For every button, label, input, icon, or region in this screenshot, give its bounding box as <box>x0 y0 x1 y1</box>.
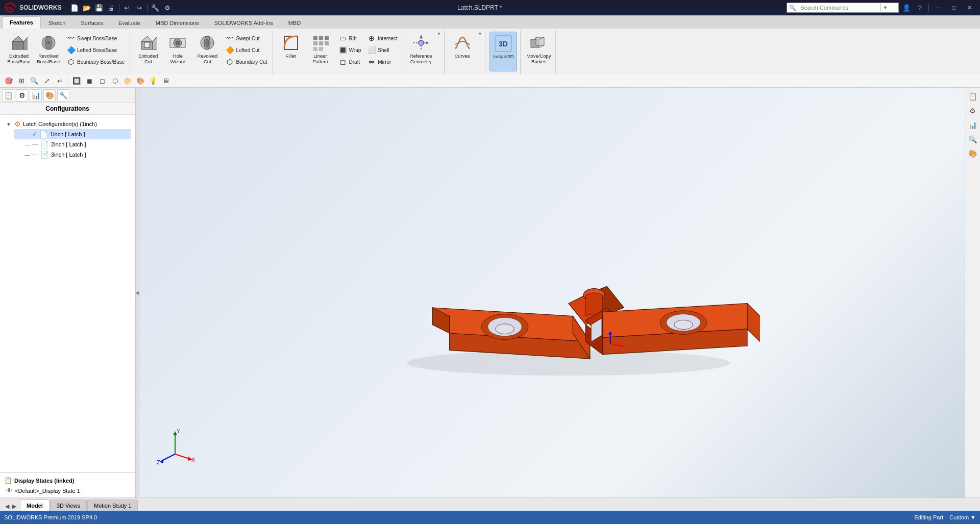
open-btn[interactable]: 📂 <box>81 2 92 13</box>
svg-rect-22 <box>319 41 323 45</box>
lofted-boss-btn[interactable]: 🔷 Lofted Boss/Base <box>64 44 127 56</box>
view-display-3[interactable]: ◻ <box>96 76 108 87</box>
linear-pattern-btn[interactable]: LinearPattern <box>307 32 334 71</box>
right-btn-dm[interactable]: 📊 <box>966 118 979 132</box>
view-btn-3[interactable]: 🔍 <box>29 76 40 87</box>
panel-icon-property[interactable]: 📋 <box>2 89 14 102</box>
minimize-btn[interactable]: ─ <box>932 3 945 12</box>
config-2inch[interactable]: — — 📄 2inch [ Latch ] <box>14 139 131 149</box>
panel-collapse-handle[interactable]: ◀ <box>135 88 139 497</box>
rib-btn[interactable]: ▭ Rib <box>336 33 363 44</box>
extruded-cut-btn[interactable]: ExtrudedCut <box>134 32 162 71</box>
tab-surfaces[interactable]: Surfaces <box>74 16 111 29</box>
shell-btn[interactable]: ⬜ Shell <box>365 44 399 56</box>
view-display-7[interactable]: 💡 <box>148 76 159 87</box>
tab-mbd-dimensions[interactable]: MBD Dimensions <box>148 16 207 29</box>
reference-btn[interactable]: ReferenceGeometry <box>407 32 435 71</box>
right-btn-appearance[interactable]: 🎨 <box>966 147 979 160</box>
viewport[interactable]: Y X Z <box>139 88 965 497</box>
panel-icon-config[interactable]: ⚙ <box>16 89 28 102</box>
wrap-btn[interactable]: 🔳 Wrap <box>336 44 363 56</box>
lofted-boss-label: Lofted Boss/Base <box>77 47 117 53</box>
boundary-boss-btn[interactable]: ⬡ Boundary Boss/Base <box>64 56 127 67</box>
tab-solidworks-add-ins[interactable]: SOLIDWORKS Add-Ins <box>207 16 281 29</box>
view-btn-2[interactable]: ⊞ <box>16 76 27 87</box>
view-btn-1[interactable]: 🎯 <box>3 76 14 87</box>
svg-text:3D: 3D <box>499 40 508 48</box>
statusbar-editing: Editing Part <box>914 514 943 520</box>
config-1inch[interactable]: — ✓ 📄 1inch [ Latch ] <box>14 129 131 139</box>
panel-icon-custom[interactable]: 🔧 <box>57 89 69 102</box>
print-btn[interactable]: 🖨 <box>106 2 117 13</box>
svg-marker-55 <box>747 303 760 345</box>
bottom-prev-btn[interactable]: ◀ <box>4 502 10 511</box>
right-btn-inspect[interactable]: 🔍 <box>966 133 979 146</box>
bottom-tab-model[interactable]: Model <box>20 500 50 511</box>
boundary-cut-icon: ⬡ <box>225 57 234 66</box>
bottom-next-btn[interactable]: ▶ <box>11 502 17 511</box>
svg-marker-70 <box>160 459 164 463</box>
curves-btn[interactable]: Curves <box>449 32 476 71</box>
view-display-5[interactable]: 🔆 <box>122 76 133 87</box>
search-dropdown-btn[interactable]: ▼ <box>880 3 890 13</box>
display-states-title: Display States (linked) <box>14 478 74 484</box>
view-display-4[interactable]: ⬡ <box>109 76 120 87</box>
tree-expand-root[interactable]: ▼ <box>6 121 12 127</box>
view-btn-4[interactable]: ⤢ <box>41 76 53 87</box>
svg-rect-23 <box>325 41 329 45</box>
statusbar-dropdown[interactable]: ▼ <box>970 514 976 520</box>
view-display-6[interactable]: 🎨 <box>135 76 146 87</box>
statusbar-custom: Custom <box>949 514 969 520</box>
maximize-btn[interactable]: □ <box>947 3 961 12</box>
view-display-8[interactable]: 🖥 <box>160 76 172 87</box>
right-btn-config[interactable]: ⚙ <box>966 104 979 117</box>
extruded-boss-btn[interactable]: ExtrudedBoss/Base <box>5 32 33 71</box>
display-state-default[interactable]: 👁 <Default>_Display State 1 <box>4 486 131 495</box>
view-display-1[interactable]: 🔲 <box>71 76 82 87</box>
view-display-2[interactable]: ◼ <box>84 76 95 87</box>
instant3d-btn[interactable]: 3D Instant3D <box>489 32 517 71</box>
search-container[interactable]: 🔍 ▼ <box>787 3 899 13</box>
shell-label: Shell <box>378 47 389 53</box>
revolved-boss-btn[interactable]: RevolvedBoss/Base <box>35 32 62 71</box>
config-2inch-handle: — <box>24 141 30 147</box>
undo-btn[interactable]: ↩ <box>121 2 133 13</box>
swept-cut-btn[interactable]: 〰 Swept Cut <box>223 33 269 44</box>
tab-sketch[interactable]: Sketch <box>41 16 74 29</box>
rib-label: Rib <box>349 36 357 41</box>
close-btn[interactable]: ✕ <box>963 3 976 12</box>
search-input[interactable] <box>798 3 880 12</box>
draft-btn[interactable]: ◻ Draft <box>336 56 363 67</box>
tab-features[interactable]: Features <box>2 16 41 29</box>
panel-icon-appearance[interactable]: 🎨 <box>43 89 56 102</box>
fillet-btn[interactable]: Fillet <box>277 32 305 71</box>
revolved-cut-btn[interactable]: RevolvedCut <box>193 32 221 71</box>
boundary-cut-btn[interactable]: ⬡ Boundary Cut <box>223 56 269 67</box>
panel-icon-dm[interactable]: 📊 <box>30 89 42 102</box>
bottom-tab-3dviews[interactable]: 3D Views <box>50 500 87 511</box>
svg-rect-18 <box>313 36 317 40</box>
lofted-cut-btn[interactable]: 🔶 Lofted Cut <box>223 44 269 56</box>
options-btn[interactable]: ⚙ <box>162 2 173 13</box>
new-btn[interactable]: 📄 <box>69 2 80 13</box>
swept-boss-btn[interactable]: 〰 Swept Boss/Base <box>64 33 127 44</box>
tree-root-item[interactable]: ▼ ⚙ Latch Configuration(s) (1inch) <box>4 119 131 129</box>
view-btn-5[interactable]: ↩ <box>54 76 65 87</box>
help-icon[interactable]: ? <box>914 2 925 13</box>
svg-point-28 <box>419 40 424 45</box>
intersect-btn[interactable]: ⊕ Intersect <box>365 33 399 44</box>
redo-btn[interactable]: ↪ <box>134 2 145 13</box>
config-3inch[interactable]: — — 📄 3inch [ Latch ] <box>14 149 131 160</box>
move-copy-btn[interactable]: Move/CopyBodies <box>525 32 552 71</box>
save-btn[interactable]: 💾 <box>93 2 105 13</box>
user-icon[interactable]: 👤 <box>901 2 912 13</box>
right-btn-property[interactable]: 📋 <box>966 90 979 103</box>
mirror-btn[interactable]: ⇔ Mirror <box>365 56 399 67</box>
hole-wizard-btn[interactable]: Hole Wizard <box>164 32 191 71</box>
tab-mbd[interactable]: MBD <box>281 16 308 29</box>
bottom-tab-motionstudy[interactable]: Motion Study 1 <box>87 500 138 511</box>
curves-dropdown[interactable]: ▼ <box>478 32 482 36</box>
reference-dropdown[interactable]: ▼ <box>437 32 441 36</box>
rebuild-btn[interactable]: 🔧 <box>150 2 161 13</box>
tab-evaluate[interactable]: Evaluate <box>111 16 148 29</box>
